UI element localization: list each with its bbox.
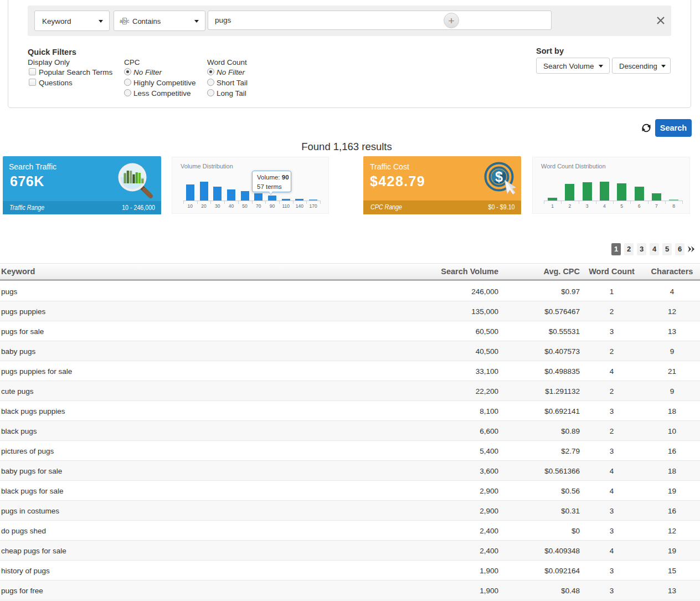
svg-text:$: $ [495, 169, 503, 184]
